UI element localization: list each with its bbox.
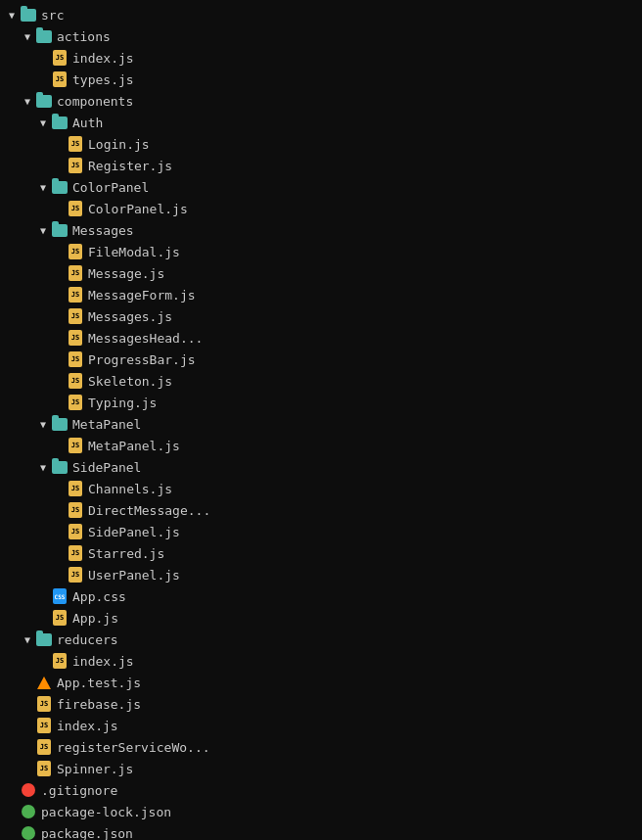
pkg-icon-package xyxy=(20,825,37,840)
tree-row-progressbar[interactable]: ProgressBar.js xyxy=(0,349,642,370)
label-package-lock: package-lock.json xyxy=(41,805,171,819)
js-icon-metapanel xyxy=(67,438,84,453)
js-icon-progressbar xyxy=(67,351,84,367)
folder-icon-sidepanel xyxy=(51,459,69,475)
tree-row-sidepanel-js[interactable]: SidePanel.js xyxy=(0,521,642,542)
label-messages: Messages xyxy=(72,223,134,238)
tree-row-filemodal[interactable]: FileModal.js xyxy=(0,241,642,262)
label-login: Login.js xyxy=(88,137,150,152)
js-icon-firebase xyxy=(35,696,53,712)
css-icon-app xyxy=(51,588,69,604)
label-userpanel: UserPanel.js xyxy=(88,568,180,583)
js-icon-userpanel xyxy=(67,567,84,583)
tree-row-messageshead[interactable]: MessagesHead... xyxy=(0,327,642,349)
label-reducers: reducers xyxy=(57,632,118,647)
label-colorpanel-js: ColorPanel.js xyxy=(88,202,188,216)
tree-row-starred[interactable]: Starred.js xyxy=(0,542,642,564)
js-icon-register xyxy=(67,158,84,173)
js-icon-directmessage xyxy=(67,502,84,518)
chevron-auth: ▼ xyxy=(35,117,51,128)
tree-row-src[interactable]: ▼ src xyxy=(0,4,642,25)
label-package: package.json xyxy=(41,826,133,841)
js-icon-reducers-index xyxy=(51,653,69,669)
tree-row-app-css[interactable]: App.css xyxy=(0,585,642,607)
label-actions: actions xyxy=(57,29,111,44)
folder-icon-colorpanel xyxy=(51,179,69,195)
js-icon-channels xyxy=(67,481,84,496)
tree-row-channels[interactable]: Channels.js xyxy=(0,478,642,499)
tree-row-spinner[interactable]: Spinner.js xyxy=(0,758,642,779)
chevron-reducers: ▼ xyxy=(20,634,35,645)
label-metapanel-js: MetaPanel.js xyxy=(88,439,180,453)
tree-row-actions-types[interactable]: types.js xyxy=(0,69,642,90)
label-directmessage: DirectMessage... xyxy=(88,503,210,518)
file-tree: ▼ src ▼ actions index.js types.js ▼ comp… xyxy=(0,0,642,840)
chevron-colorpanel: ▼ xyxy=(35,182,51,193)
js-icon-starred xyxy=(67,545,84,561)
chevron-src: ▼ xyxy=(4,10,20,21)
js-icon-root-index xyxy=(35,718,53,733)
tree-row-package[interactable]: package.json xyxy=(0,822,642,840)
label-components: components xyxy=(57,94,133,109)
tree-row-app-test[interactable]: App.test.js xyxy=(0,672,642,693)
tree-row-app-js[interactable]: App.js xyxy=(0,607,642,629)
tree-row-message[interactable]: Message.js xyxy=(0,262,642,284)
tree-row-sidepanel[interactable]: ▼ SidePanel xyxy=(0,456,642,478)
tree-row-messages-js[interactable]: Messages.js xyxy=(0,305,642,327)
tree-row-messageform[interactable]: MessageForm.js xyxy=(0,284,642,305)
js-icon-sidepanel xyxy=(67,524,84,539)
tree-row-metapanel-js[interactable]: MetaPanel.js xyxy=(0,435,642,456)
label-gitignore: .gitignore xyxy=(41,783,117,798)
tree-row-package-lock[interactable]: package-lock.json xyxy=(0,801,642,822)
folder-icon-messages xyxy=(51,222,69,238)
folder-icon-reducers xyxy=(35,631,53,647)
tree-row-colorpanel[interactable]: ▼ ColorPanel xyxy=(0,176,642,198)
label-sidepanel: SidePanel xyxy=(72,460,141,475)
tree-row-colorpanel-js[interactable]: ColorPanel.js xyxy=(0,198,642,219)
js-icon-messages-js xyxy=(67,308,84,324)
tree-row-register[interactable]: Register.js xyxy=(0,155,642,176)
label-root-index: index.js xyxy=(57,719,118,733)
git-icon-gitignore xyxy=(20,782,37,798)
js-icon-messageshead xyxy=(67,330,84,346)
label-register: Register.js xyxy=(88,159,172,173)
label-app-test: App.test.js xyxy=(57,676,141,690)
tree-row-root-index[interactable]: index.js xyxy=(0,715,642,736)
label-registerservice: registerServiceWo... xyxy=(57,740,210,755)
tree-row-gitignore[interactable]: .gitignore xyxy=(0,779,642,801)
folder-icon-auth xyxy=(51,115,69,130)
chevron-components: ▼ xyxy=(20,96,35,107)
tree-row-components[interactable]: ▼ components xyxy=(0,90,642,112)
chevron-metapanel: ▼ xyxy=(35,419,51,430)
label-app-css: App.css xyxy=(72,589,126,604)
tree-row-userpanel[interactable]: UserPanel.js xyxy=(0,564,642,585)
tree-row-metapanel[interactable]: ▼ MetaPanel xyxy=(0,413,642,435)
tree-row-firebase[interactable]: firebase.js xyxy=(0,693,642,715)
tree-row-typing[interactable]: Typing.js xyxy=(0,392,642,413)
label-auth: Auth xyxy=(72,116,103,130)
tree-row-actions-index[interactable]: index.js xyxy=(0,47,642,69)
tree-row-reducers-index[interactable]: index.js xyxy=(0,650,642,672)
label-actions-index: index.js xyxy=(72,51,134,66)
tree-row-login[interactable]: Login.js xyxy=(0,133,642,155)
js-icon-actions-index xyxy=(51,50,69,66)
label-colorpanel: ColorPanel xyxy=(72,180,149,195)
js-icon-colorpanel xyxy=(67,201,84,216)
tree-row-messages[interactable]: ▼ Messages xyxy=(0,219,642,241)
label-firebase: firebase.js xyxy=(57,697,141,712)
js-icon-filemodal xyxy=(67,244,84,259)
label-src: src xyxy=(41,8,64,23)
js-icon-app xyxy=(51,610,69,626)
js-icon-skeleton xyxy=(67,373,84,389)
tree-row-reducers[interactable]: ▼ reducers xyxy=(0,629,642,650)
label-messages-js: Messages.js xyxy=(88,309,172,324)
chevron-sidepanel: ▼ xyxy=(35,462,51,473)
tree-row-registerservice[interactable]: registerServiceWo... xyxy=(0,736,642,758)
tree-row-auth[interactable]: ▼ Auth xyxy=(0,112,642,133)
tree-row-actions[interactable]: ▼ actions xyxy=(0,25,642,47)
chevron-messages: ▼ xyxy=(35,225,51,236)
js-icon-login xyxy=(67,136,84,152)
tree-row-skeleton[interactable]: Skeleton.js xyxy=(0,370,642,392)
tree-row-directmessage[interactable]: DirectMessage... xyxy=(0,499,642,521)
label-messageform: MessageForm.js xyxy=(88,288,196,303)
